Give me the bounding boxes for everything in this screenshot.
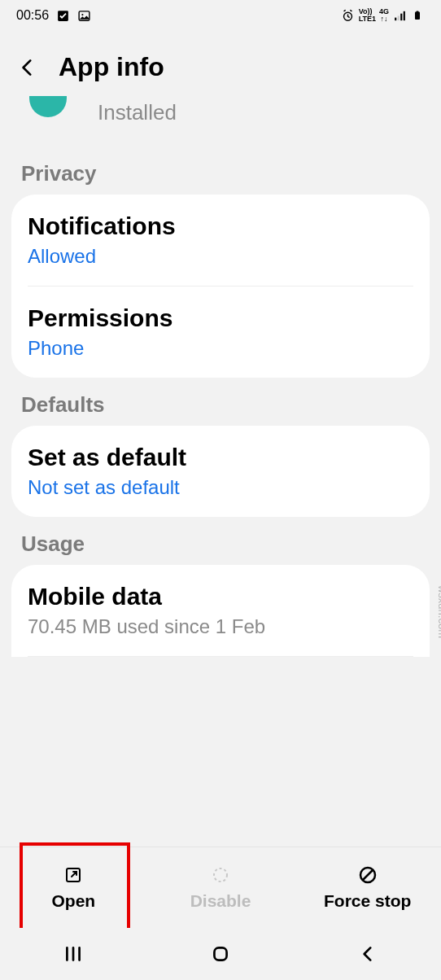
svg-rect-4 <box>395 17 396 20</box>
divider <box>28 656 413 657</box>
navigation-bar <box>0 928 441 980</box>
section-header-defaults: Defaults <box>0 378 441 426</box>
svg-rect-7 <box>403 11 404 20</box>
section-header-usage: Usage <box>0 517 441 565</box>
clock: 00:56 <box>16 8 49 23</box>
disable-icon <box>211 865 230 888</box>
back-button[interactable] <box>16 56 39 79</box>
battery-icon <box>410 8 425 23</box>
section-header-privacy: Privacy <box>0 147 441 195</box>
notifications-value: Allowed <box>28 245 413 268</box>
permissions-row[interactable]: Permissions Phone <box>11 287 430 378</box>
svg-rect-5 <box>397 15 399 20</box>
network-gen: 4G ↑↓ <box>379 8 389 23</box>
set-default-value: Not set as default <box>28 476 413 499</box>
disable-button: Disable <box>147 847 295 928</box>
svg-rect-6 <box>400 13 402 20</box>
home-icon <box>210 943 231 965</box>
notifications-row[interactable]: Notifications Allowed <box>11 195 430 286</box>
open-button[interactable]: Open <box>0 847 147 928</box>
page-title: App info <box>59 52 164 82</box>
mobile-data-title: Mobile data <box>28 583 413 610</box>
recents-button[interactable] <box>41 938 106 970</box>
force-stop-button[interactable]: Force stop <box>294 847 441 928</box>
mobile-data-row[interactable]: Mobile data 70.45 MB used since 1 Feb <box>11 565 430 656</box>
recents-icon <box>63 943 84 965</box>
alarm-icon <box>341 8 356 23</box>
svg-point-2 <box>81 14 83 15</box>
signal-icon <box>392 8 407 23</box>
notifications-title: Notifications <box>28 212 413 240</box>
svg-rect-8 <box>415 12 420 20</box>
open-icon <box>63 865 83 888</box>
permissions-title: Permissions <box>28 304 413 332</box>
force-stop-label: Force stop <box>324 891 411 911</box>
app-icon <box>29 96 67 117</box>
image-icon <box>76 8 91 23</box>
status-left: 00:56 <box>16 8 91 23</box>
app-header: App info <box>0 31 441 97</box>
defaults-card: Set as default Not set as default <box>11 426 430 517</box>
watermark: wsxdn.com <box>436 585 441 638</box>
nav-back-button[interactable] <box>335 938 400 970</box>
set-default-title: Set as default <box>28 444 413 471</box>
svg-rect-9 <box>417 11 419 13</box>
checkbox-icon <box>55 8 70 23</box>
set-default-row[interactable]: Set as default Not set as default <box>11 426 430 517</box>
chevron-left-icon <box>357 943 378 965</box>
force-stop-icon <box>358 865 378 888</box>
mobile-data-value: 70.45 MB used since 1 Feb <box>28 615 413 638</box>
status-right: Vo)) LTE1 4G ↑↓ <box>341 8 425 23</box>
privacy-card: Notifications Allowed Permissions Phone <box>11 195 430 378</box>
chevron-left-icon <box>17 57 38 78</box>
app-summary-row: Installed <box>0 97 441 147</box>
open-label: Open <box>52 891 96 911</box>
usage-card: Mobile data 70.45 MB used since 1 Feb <box>11 565 430 657</box>
app-install-status: Installed <box>98 100 177 125</box>
status-bar: 00:56 Vo)) LTE1 4G ↑↓ <box>0 0 441 31</box>
svg-rect-17 <box>214 947 226 960</box>
disable-label: Disable <box>190 891 251 911</box>
volte-label: Vo)) LTE1 <box>359 8 376 23</box>
permissions-value: Phone <box>28 337 413 360</box>
svg-point-11 <box>214 868 227 882</box>
bottom-action-bar: Open Disable Force stop <box>0 847 441 928</box>
svg-line-13 <box>363 870 373 880</box>
home-button[interactable] <box>188 938 253 970</box>
data-arrows-icon: ↑↓ <box>380 15 387 23</box>
